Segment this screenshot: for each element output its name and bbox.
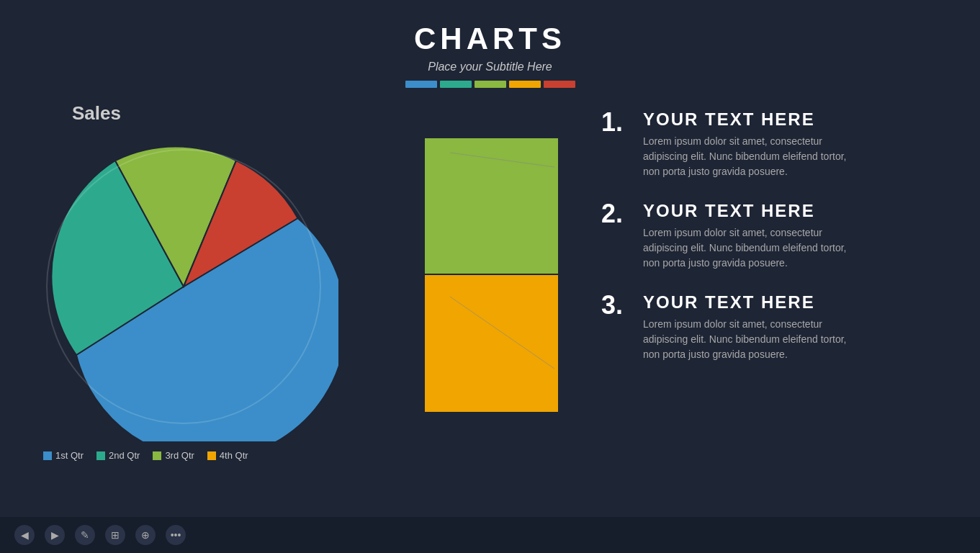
item-heading-1: YOUR TEXT HERE: [643, 109, 852, 130]
chart-title: Sales: [72, 102, 403, 125]
bar-area: [425, 138, 558, 412]
legend-label-3rd: 3rd Qtr: [165, 450, 194, 461]
item-heading-3: YOUR TEXT HERE: [643, 292, 852, 313]
legend-dot-2nd: [96, 451, 105, 460]
nav-zoom-button[interactable]: ⊕: [135, 525, 156, 545]
item-content-3: YOUR TEXT HERE Lorem ipsum dolor sit ame…: [643, 292, 852, 362]
nav-more-button[interactable]: •••: [166, 525, 186, 545]
legend-dot-1st: [43, 451, 52, 460]
legend-color-1: [405, 81, 437, 88]
chart-area: Sales: [29, 102, 403, 461]
page-subtitle: Place your Subtitle Here: [0, 60, 980, 73]
legend-color-2: [440, 81, 472, 88]
nav-next-button[interactable]: ▶: [45, 525, 65, 545]
page-title: CHARTS: [0, 22, 980, 56]
item-content-2: YOUR TEXT HERE Lorem ipsum dolor sit ame…: [643, 201, 852, 271]
item-number-3: 3.: [601, 292, 630, 318]
bar-chart: [425, 138, 558, 412]
legend-bar: [0, 81, 980, 88]
legend-label-2nd: 2nd Qtr: [109, 450, 140, 461]
bar-segment-green: [425, 138, 558, 275]
pie-chart-container: [29, 132, 338, 441]
bar-segment-orange: [425, 275, 558, 412]
legend-item-4th: 4th Qtr: [207, 450, 248, 461]
text-items: 1. YOUR TEXT HERE Lorem ipsum dolor sit …: [601, 109, 951, 362]
item-body-2: Lorem ipsum dolor sit amet, consectetur …: [643, 225, 852, 271]
legend-item-2nd: 2nd Qtr: [96, 450, 140, 461]
legend-color-3: [475, 81, 506, 88]
pie-legend: 1st Qtr 2nd Qtr 3rd Qtr 4th Qtr: [43, 450, 403, 461]
legend-dot-3rd: [153, 451, 161, 460]
main-content: Sales: [0, 102, 980, 461]
text-item-3: 3. YOUR TEXT HERE Lorem ipsum dolor sit …: [601, 292, 951, 362]
legend-color-4: [509, 81, 541, 88]
item-content-1: YOUR TEXT HERE Lorem ipsum dolor sit ame…: [643, 109, 852, 179]
nav-bar: ◀ ▶ ✎ ⊞ ⊕ •••: [0, 517, 980, 553]
text-item-2: 2. YOUR TEXT HERE Lorem ipsum dolor sit …: [601, 201, 951, 271]
legend-color-5: [544, 81, 575, 88]
legend-dot-4th: [207, 451, 216, 460]
nav-grid-button[interactable]: ⊞: [105, 525, 125, 545]
legend-item-1st: 1st Qtr: [43, 450, 84, 461]
pie-chart-svg: [29, 132, 338, 441]
nav-edit-button[interactable]: ✎: [75, 525, 95, 545]
legend-label-4th: 4th Qtr: [220, 450, 248, 461]
text-item-1: 1. YOUR TEXT HERE Lorem ipsum dolor sit …: [601, 109, 951, 179]
item-number-2: 2.: [601, 201, 630, 227]
legend-item-3rd: 3rd Qtr: [153, 450, 194, 461]
legend-label-1st: 1st Qtr: [55, 450, 84, 461]
item-body-1: Lorem ipsum dolor sit amet, consectetur …: [643, 134, 852, 179]
header: CHARTS Place your Subtitle Here: [0, 0, 980, 88]
item-heading-2: YOUR TEXT HERE: [643, 201, 852, 221]
item-number-1: 1.: [601, 109, 630, 135]
item-body-3: Lorem ipsum dolor sit amet, consectetur …: [643, 317, 852, 362]
nav-prev-button[interactable]: ◀: [14, 525, 35, 545]
